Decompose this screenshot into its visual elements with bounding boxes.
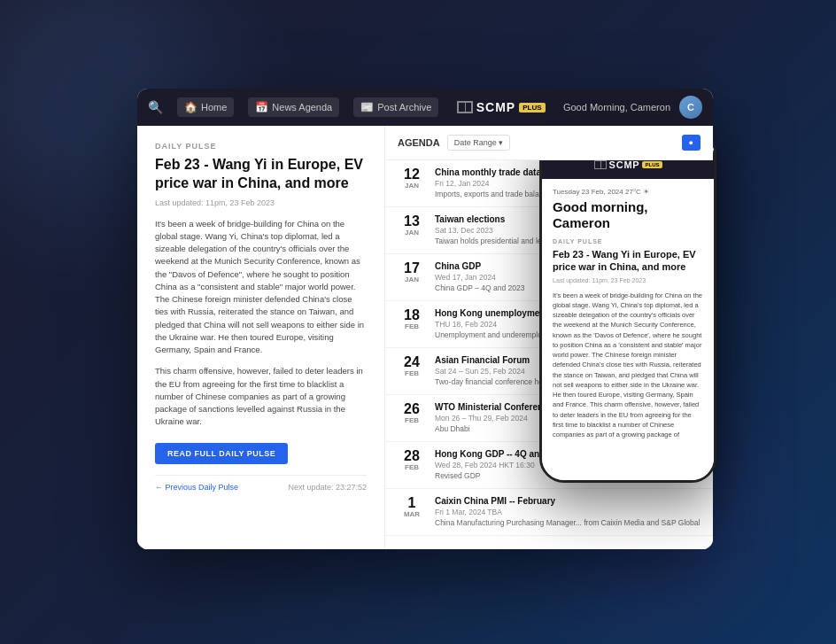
article-body-2: This charm offensive, however, failed to… (155, 365, 367, 428)
phone-scmp-logo: SCMP PLUS (594, 159, 662, 170)
phone-last-updated: Last updated: 11pm, 23 Feb 2023 (553, 277, 703, 283)
agenda-title: AGENDA (398, 137, 440, 148)
prev-next-nav: ← Previous Daily Pulse Next update: 23:2… (155, 475, 367, 492)
article-body-1: It's been a week of bridge-building for … (155, 218, 367, 357)
browser-navbar: 🔍 🏠 Home 📅 News Agenda 📰 Post Archive SC… (137, 89, 713, 126)
phone-content: Tuesday 23 Feb, 2024 27°C ☀ Good morning… (542, 179, 714, 480)
last-updated: Last updated: 11pm, 23 Feb 2023 (155, 198, 367, 207)
agenda-date: 1 MAR (398, 496, 426, 518)
read-full-pulse-button[interactable]: READ FULL DAILY PULSE (155, 443, 288, 464)
next-update-label: Next update: 23:27:52 (288, 483, 367, 492)
scmp-logo-icon (457, 101, 473, 113)
phone-greeting: Good morning, Cameron (553, 199, 703, 231)
nav-post-archive-button[interactable]: 📰 Post Archive (353, 97, 438, 117)
phone-section-label: DAILY PULSE (553, 238, 703, 244)
agenda-date: 17 JAN (398, 261, 426, 283)
filter-button[interactable]: ● (682, 135, 701, 151)
prev-daily-pulse-link[interactable]: ← Previous Daily Pulse (155, 483, 238, 492)
archive-icon: 📰 (360, 101, 374, 113)
nav-news-agenda-button[interactable]: 📅 News Agenda (248, 97, 339, 117)
nav-home-button[interactable]: 🏠 Home (177, 97, 234, 117)
agenda-header: AGENDA Date Range ▾ ● (385, 126, 713, 160)
phone-date-weather: Tuesday 23 Feb, 2024 27°C ☀ (553, 188, 703, 196)
agenda-date: 18 FEB (398, 308, 426, 330)
phone-logo-icon (594, 160, 607, 169)
nav-right-area: Good Morning, Cameron C (563, 96, 702, 119)
user-avatar[interactable]: C (679, 96, 702, 119)
agenda-item-8[interactable]: 1 MAR Caixin China PMI -- February Fri 1… (385, 489, 713, 536)
date-range-button[interactable]: Date Range ▾ (447, 135, 511, 151)
section-label: DAILY PULSE (155, 142, 367, 151)
agenda-date: 26 FEB (398, 402, 426, 424)
agenda-date: 24 FEB (398, 355, 426, 377)
article-title: Feb 23 - Wang Yi in Europe, EV price war… (155, 156, 367, 193)
phone-article-body: It's been a week of bridge-building for … (553, 291, 703, 440)
calendar-icon: 📅 (255, 101, 268, 113)
agenda-date: 12 JAN (398, 167, 426, 190)
agenda-date: 28 FEB (398, 449, 426, 471)
nav-logo-area: SCMP PLUS (453, 100, 549, 114)
phone-article-title: Feb 23 - Wang Yi in Europe, EV price war… (553, 248, 703, 274)
phone-mockup: 9:41 ▌▌▌ WiFi 🔋 SCMP PLUS Tuesday 23 Feb… (539, 128, 716, 483)
agenda-content: Caixin China PMI -- February Fri 1 Mar, … (435, 496, 701, 528)
scmp-logo: SCMP PLUS (457, 100, 546, 114)
home-icon: 🏠 (184, 101, 197, 113)
daily-pulse-panel: DAILY PULSE Feb 23 - Wang Yi in Europe, … (137, 126, 385, 549)
search-icon[interactable]: 🔍 (148, 100, 163, 114)
agenda-date: 13 JAN (398, 214, 426, 237)
greeting-text: Good Morning, Cameron (563, 102, 670, 113)
